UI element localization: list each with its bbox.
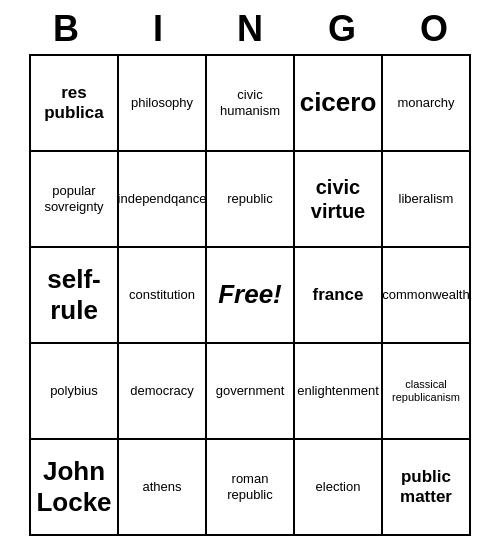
header-N: N [206, 8, 294, 50]
bingo-cell-4: monarchy [383, 56, 471, 152]
bingo-cell-17: government [207, 344, 295, 440]
bingo-cell-8: civic virtue [295, 152, 383, 248]
bingo-cell-6: independqance [119, 152, 207, 248]
header-I: I [114, 8, 202, 50]
header-G: G [298, 8, 386, 50]
header-B: B [22, 8, 110, 50]
bingo-cell-1: philosophy [119, 56, 207, 152]
bingo-cell-21: athens [119, 440, 207, 536]
bingo-cell-7: republic [207, 152, 295, 248]
bingo-cell-22: roman republic [207, 440, 295, 536]
bingo-cell-5: popular sovreignty [31, 152, 119, 248]
bingo-cell-12: Free! [207, 248, 295, 344]
bingo-cell-15: polybius [31, 344, 119, 440]
bingo-cell-9: liberalism [383, 152, 471, 248]
header-O: O [390, 8, 478, 50]
bingo-cell-2: civic humanism [207, 56, 295, 152]
bingo-cell-0: res publica [31, 56, 119, 152]
bingo-cell-19: classical republicanism [383, 344, 471, 440]
bingo-cell-10: self-rule [31, 248, 119, 344]
bingo-cell-11: constitution [119, 248, 207, 344]
bingo-cell-20: John Locke [31, 440, 119, 536]
bingo-cell-13: france [295, 248, 383, 344]
bingo-cell-18: enlightenment [295, 344, 383, 440]
bingo-cell-14: commonwealth [383, 248, 471, 344]
bingo-header: B I N G O [20, 0, 480, 54]
bingo-cell-23: election [295, 440, 383, 536]
bingo-cell-24: public matter [383, 440, 471, 536]
bingo-cell-3: cicero [295, 56, 383, 152]
bingo-cell-16: democracy [119, 344, 207, 440]
bingo-grid: res publicaphilosophycivic humanismcicer… [29, 54, 471, 536]
